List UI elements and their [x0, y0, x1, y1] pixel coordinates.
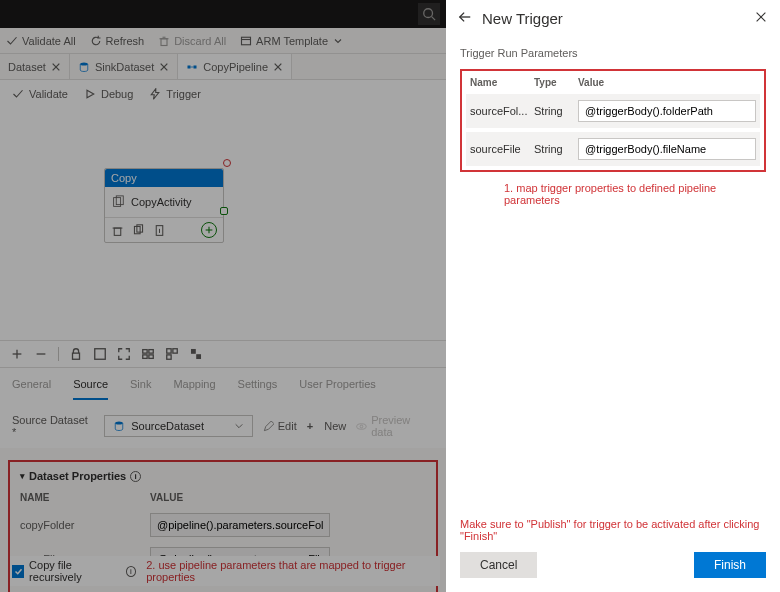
separator [58, 347, 59, 361]
pipeline-actions: Validate Debug Trigger [0, 80, 446, 108]
close-button[interactable] [754, 10, 768, 27]
output-connector[interactable] [220, 207, 228, 215]
param-row: sourceFile String [466, 132, 760, 166]
activity-footer [105, 217, 223, 242]
param-value-input[interactable] [578, 138, 756, 160]
copy-activity[interactable]: Copy CopyActivity [104, 168, 224, 243]
refresh-button[interactable]: Refresh [90, 35, 145, 47]
annotation-1: 1. map trigger properties to defined pip… [504, 182, 766, 206]
svg-rect-36 [143, 355, 147, 359]
arm-template-button[interactable]: ARM Template [240, 35, 344, 47]
col-value-header: VALUE [150, 492, 183, 503]
svg-point-0 [424, 9, 433, 18]
source-dataset-label: Source Dataset * [12, 414, 94, 438]
validate-all-button[interactable]: Validate All [6, 35, 76, 47]
svg-rect-39 [173, 349, 177, 353]
new-dataset-button[interactable]: + New [307, 420, 347, 432]
tab-sink[interactable]: Sink [130, 378, 151, 400]
refresh-icon [90, 35, 102, 47]
check-icon [6, 35, 18, 47]
play-icon [84, 88, 96, 100]
svg-rect-12 [188, 65, 191, 68]
search-button[interactable] [418, 3, 440, 25]
trigger-button[interactable]: Trigger [149, 88, 200, 100]
discard-all-button[interactable]: Discard All [158, 35, 226, 47]
snap-icon[interactable] [189, 347, 203, 361]
tab-close[interactable] [159, 62, 169, 72]
activity-name: CopyActivity [131, 196, 192, 208]
refresh-label: Refresh [106, 35, 145, 47]
zoom-in-icon[interactable] [10, 347, 24, 361]
tab-label: SinkDataset [95, 61, 154, 73]
col-type: Type [534, 77, 578, 88]
copy-recursively-checkbox[interactable]: Copy file recursively i [12, 559, 136, 583]
param-type: String [534, 105, 578, 117]
svg-point-44 [357, 423, 367, 428]
svg-point-43 [115, 422, 123, 425]
param-row: sourceFol... String [466, 94, 760, 128]
info-icon[interactable]: i [130, 471, 141, 482]
cancel-button[interactable]: Cancel [460, 552, 537, 578]
svg-line-1 [432, 17, 436, 21]
tab-copypipeline[interactable]: CopyPipeline [178, 54, 292, 79]
zoom-out-icon[interactable] [34, 347, 48, 361]
validate-all-label: Validate All [22, 35, 76, 47]
layout-icon[interactable] [165, 347, 179, 361]
lock-icon[interactable] [69, 347, 83, 361]
svg-marker-18 [152, 89, 160, 100]
tab-close[interactable] [273, 62, 283, 72]
validate-label: Validate [29, 88, 68, 100]
tab-sinkdataset[interactable]: SinkDataset [70, 54, 178, 79]
activity-body: CopyActivity [105, 187, 223, 217]
dataset-properties-title[interactable]: ▾ Dataset Properties i [20, 470, 426, 482]
fullscreen-icon[interactable] [117, 347, 131, 361]
search-icon [422, 7, 436, 21]
clone-icon[interactable] [132, 224, 145, 237]
new-label: New [324, 420, 346, 432]
pipeline-canvas[interactable]: Copy CopyActivity [0, 108, 446, 340]
annotation-2: 2. use pipeline parameters that are mapp… [146, 559, 438, 583]
tab-user-properties[interactable]: User Properties [299, 378, 375, 400]
col-name: Name [470, 77, 534, 88]
tab-mapping[interactable]: Mapping [173, 378, 215, 400]
info-icon[interactable] [153, 224, 166, 237]
source-properties: Source Dataset * SourceDataset Edit + Ne… [0, 400, 446, 448]
copy-icon [111, 195, 125, 209]
info-icon[interactable]: i [126, 566, 136, 577]
delete-icon[interactable] [111, 224, 124, 237]
selection-handle[interactable] [223, 159, 231, 167]
svg-rect-5 [242, 37, 251, 45]
section-title: Trigger Run Parameters [460, 47, 766, 59]
svg-rect-2 [161, 38, 167, 45]
svg-rect-21 [114, 228, 121, 235]
add-output-button[interactable] [201, 222, 217, 238]
fit-icon[interactable] [93, 347, 107, 361]
validate-button[interactable]: Validate [12, 88, 68, 100]
tab-general[interactable]: General [12, 378, 51, 400]
svg-point-9 [80, 62, 88, 65]
template-icon [240, 35, 252, 47]
debug-button[interactable]: Debug [84, 88, 133, 100]
source-dataset-select[interactable]: SourceDataset [104, 415, 253, 437]
svg-rect-33 [95, 349, 106, 360]
back-button[interactable] [458, 10, 472, 27]
tab-close[interactable] [51, 62, 61, 72]
param-name: sourceFile [470, 143, 534, 155]
panel-title: New Trigger [482, 10, 563, 27]
arm-template-label: ARM Template [256, 35, 328, 47]
tab-dataset[interactable]: Dataset [0, 54, 70, 79]
debug-label: Debug [101, 88, 133, 100]
tab-source[interactable]: Source [73, 378, 108, 400]
check-icon [12, 88, 24, 100]
align-icon[interactable] [141, 347, 155, 361]
tab-label: Dataset [8, 61, 46, 73]
tab-settings[interactable]: Settings [238, 378, 278, 400]
param-value-input[interactable] [578, 100, 756, 122]
finish-button[interactable]: Finish [694, 552, 766, 578]
preview-data-button[interactable]: Preview data [356, 414, 434, 438]
discard-all-label: Discard All [174, 35, 226, 47]
edit-dataset-button[interactable]: Edit [263, 420, 297, 432]
panel-header: New Trigger [446, 0, 780, 37]
editor-tabs: Dataset SinkDataset CopyPipeline [0, 54, 446, 80]
prop-value-input[interactable] [150, 513, 330, 537]
